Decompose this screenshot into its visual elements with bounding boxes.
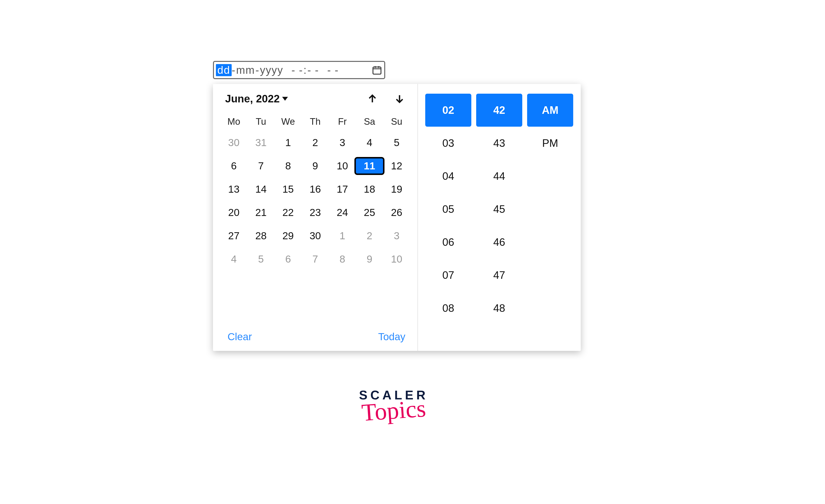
calendar-day[interactable]: 8 <box>275 158 302 173</box>
minute-option[interactable]: 43 <box>476 127 522 160</box>
calendar-day[interactable]: 8 <box>329 251 356 267</box>
calendar-day[interactable]: 27 <box>220 228 247 243</box>
calendar-day[interactable]: 13 <box>220 182 247 197</box>
ampm-spinner[interactable]: AMPM <box>527 94 573 325</box>
calendar-day[interactable]: 18 <box>356 182 383 197</box>
calendar-day[interactable]: 31 <box>247 135 275 150</box>
month-year-label: June, 2022 <box>225 93 280 105</box>
prev-month-button[interactable] <box>367 93 378 104</box>
calendar-day[interactable]: 5 <box>247 251 275 267</box>
month-segment[interactable]: mm <box>236 64 255 76</box>
datetime-popup: June, 2022 MoTuWeThFrSaSu303112345678910… <box>213 84 581 351</box>
weekday-header: Th <box>302 117 329 127</box>
calendar-day[interactable]: 3 <box>329 135 356 150</box>
calendar-day[interactable]: 22 <box>275 205 302 220</box>
calendar-day[interactable]: 28 <box>247 228 275 243</box>
minute-option[interactable]: 47 <box>476 259 522 292</box>
calendar-day[interactable]: 11 <box>356 158 383 173</box>
svg-rect-0 <box>373 67 381 74</box>
hour-option[interactable]: 03 <box>425 127 471 160</box>
calendar-day[interactable]: 17 <box>329 182 356 197</box>
ampm-option[interactable]: AM <box>527 94 573 127</box>
ampm-option[interactable]: PM <box>527 127 573 160</box>
calendar-day[interactable]: 25 <box>356 205 383 220</box>
calendar-day[interactable]: 10 <box>383 251 410 267</box>
calendar-icon[interactable] <box>372 65 382 75</box>
hour-option[interactable]: 02 <box>425 94 471 127</box>
weekday-header: Fr <box>329 117 356 127</box>
calendar-day[interactable]: 4 <box>356 135 383 150</box>
year-segment[interactable]: yyyy <box>259 64 284 76</box>
month-year-button[interactable]: June, 2022 <box>225 93 288 105</box>
minute-option[interactable]: 48 <box>476 292 522 325</box>
scaler-topics-logo: SCALER Topics <box>359 388 428 424</box>
weekday-header: We <box>275 117 302 127</box>
calendar-day[interactable]: 20 <box>220 205 247 220</box>
hour-option[interactable]: 04 <box>425 160 471 193</box>
hour-option[interactable]: 08 <box>425 292 471 325</box>
calendar-day[interactable]: 6 <box>275 251 302 267</box>
calendar-day[interactable]: 7 <box>302 251 329 267</box>
calendar-day[interactable]: 14 <box>247 182 275 197</box>
hours-spinner[interactable]: 02030405060708 <box>425 94 471 325</box>
calendar-day[interactable]: 12 <box>383 158 410 173</box>
calendar-day[interactable]: 19 <box>383 182 410 197</box>
hour-segment[interactable]: - - <box>291 64 304 76</box>
today-button[interactable]: Today <box>378 331 405 343</box>
calendar-day[interactable]: 5 <box>383 135 410 150</box>
hour-option[interactable]: 07 <box>425 259 471 292</box>
minute-option[interactable]: 42 <box>476 94 522 127</box>
calendar-day[interactable]: 1 <box>275 135 302 150</box>
calendar-day[interactable]: 23 <box>302 205 329 220</box>
separator: - <box>232 64 236 76</box>
calendar-day[interactable]: 4 <box>220 251 247 267</box>
calendar-day[interactable]: 16 <box>302 182 329 197</box>
calendar-day[interactable]: 21 <box>247 205 275 220</box>
calendar-grid: MoTuWeThFrSaSu30311234567891011121314151… <box>220 117 410 267</box>
calendar-day[interactable]: 30 <box>302 228 329 243</box>
date-pane: June, 2022 MoTuWeThFrSaSu303112345678910… <box>213 84 418 351</box>
calendar-day[interactable]: 2 <box>302 135 329 150</box>
clear-button[interactable]: Clear <box>228 331 252 343</box>
time-pane: 02030405060708 42434445464748 AMPM <box>418 84 581 351</box>
calendar-day[interactable]: 6 <box>220 158 247 173</box>
minute-option[interactable]: 46 <box>476 226 522 259</box>
calendar-day[interactable]: 7 <box>247 158 275 173</box>
ampm-segment[interactable]: - - <box>327 64 340 76</box>
hour-option[interactable]: 05 <box>425 193 471 226</box>
weekday-header: Su <box>383 117 410 127</box>
weekday-header: Sa <box>356 117 383 127</box>
minute-option[interactable]: 44 <box>476 160 522 193</box>
chevron-down-icon <box>282 97 288 101</box>
calendar-day[interactable]: 30 <box>220 135 247 150</box>
calendar-day[interactable]: 10 <box>329 158 356 173</box>
calendar-day[interactable]: 2 <box>356 228 383 243</box>
datetime-input[interactable]: dd - mm - yyyy - - : - - - - <box>213 61 385 79</box>
calendar-day[interactable]: 3 <box>383 228 410 243</box>
minute-segment[interactable]: - - <box>307 64 319 76</box>
calendar-day[interactable]: 24 <box>329 205 356 220</box>
day-segment[interactable]: dd <box>216 64 232 76</box>
calendar-day[interactable]: 26 <box>383 205 410 220</box>
weekday-header: Mo <box>220 117 247 127</box>
calendar-day[interactable]: 9 <box>356 251 383 267</box>
hour-option[interactable]: 06 <box>425 226 471 259</box>
separator: - <box>255 64 259 76</box>
minute-option[interactable]: 45 <box>476 193 522 226</box>
next-month-button[interactable] <box>394 93 405 104</box>
calendar-day[interactable]: 1 <box>329 228 356 243</box>
logo-line2: Topics <box>358 394 429 427</box>
calendar-day[interactable]: 15 <box>275 182 302 197</box>
separator: : <box>303 64 307 76</box>
minutes-spinner[interactable]: 42434445464748 <box>476 94 522 325</box>
weekday-header: Tu <box>247 117 275 127</box>
calendar-day[interactable]: 29 <box>275 228 302 243</box>
calendar-day[interactable]: 9 <box>302 158 329 173</box>
